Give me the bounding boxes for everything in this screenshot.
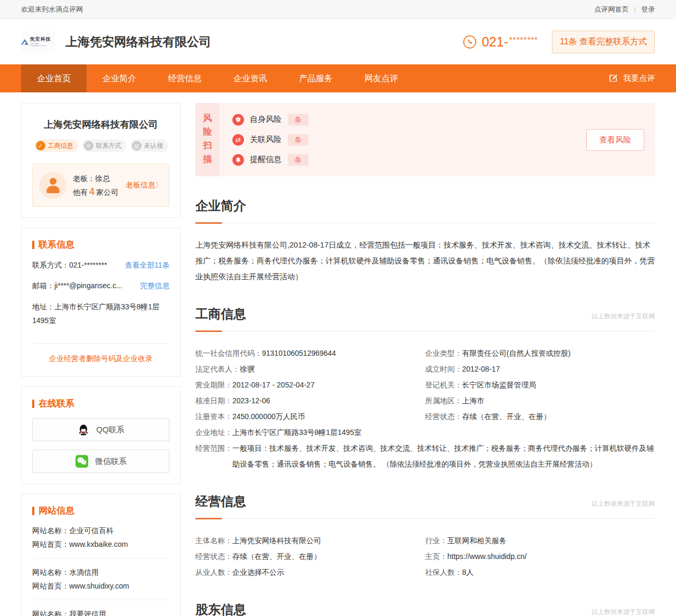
qq-icon (77, 423, 90, 436)
section-title: 工商信息 (195, 306, 246, 323)
risk-count-badge[interactable]: 条 (288, 114, 308, 126)
risk-scan-label: 风险扫描 (195, 103, 220, 176)
field-business-scope: 经营范围：一般项目：技术服务、技术开发、技术咨询、技术交流、技术转让、技术推广；… (195, 440, 655, 472)
view-all-phones-link[interactable]: 查看全部11条 (125, 259, 170, 271)
risk-scan-banner: 风险扫描 自身风险 条 ⇄ 关联风险 条 (195, 103, 655, 176)
risk-count-badge[interactable]: 条 (288, 134, 308, 146)
section-rule (195, 331, 655, 331)
logo-text: 凭安科技 (30, 37, 55, 42)
welcome-text: 欢迎来到水滴点评网 (21, 5, 83, 14)
entity-name-link[interactable]: 上海凭安网络科技有限公司 (232, 533, 321, 548)
company-card: 上海凭安网络科技有限公司 ✓ 工商信息 ✆ 联系方式 ▤ 未认领 (21, 103, 181, 218)
websites-section-title: 网站信息 (32, 505, 170, 517)
badge-unclaimed[interactable]: ▤ 未认领 (130, 139, 168, 152)
phone-number: 021- ******** (463, 34, 538, 50)
section-shareholder: 股东信息 以上数据来源于互联网 主体名称：上海凭安网络科技有限公司 (195, 601, 655, 616)
swap-arrows-icon: ⇄ (232, 134, 244, 146)
boss-info-box: 老板：徐总 他有4家公司 老板信息〉 (32, 164, 170, 207)
field-company-address: 企业地址：上海市长宁区广顺路33号8幢1层1495室 (195, 424, 655, 440)
nav-item-news[interactable]: 企业资讯 (218, 64, 283, 92)
website-item: 网站名称：企业可信百科 网站首页：www.kxbaike.com (32, 517, 170, 558)
remove-number-link[interactable]: 企业经营者删除号码及企业收录 (32, 354, 170, 364)
view-full-contact-button[interactable]: 11条 查看完整联系方式 (552, 31, 655, 53)
field-operating-status: 经营状态：存续（在营、开业、在册） (425, 409, 655, 424)
full-info-link[interactable]: 完整信息 (140, 279, 170, 292)
online-contact-card: 在线联系 QQ联系 (21, 386, 181, 484)
section-operating: 经营信息 以上数据来源于互联网 主体名称：上海凭安网络科技有限公司 行业：互联网… (195, 493, 655, 580)
wechat-icon (75, 454, 89, 468)
pencil-square-icon (608, 73, 619, 84)
field-entity-name: 主体名称：上海凭安网络科技有限公司 (195, 533, 425, 548)
view-risk-button[interactable]: 查看风险 (586, 129, 644, 150)
homepage-url[interactable]: https://www.shuididp.cn/ (447, 548, 527, 564)
field-operating-status: 经营状态：存续（在营、开业、在册） (195, 548, 425, 564)
building-icon: ▤ (132, 141, 142, 150)
boss-avatar-icon (39, 172, 67, 199)
nav-item-reviews[interactable]: 网友点评 (349, 64, 414, 92)
contact-phone-line: 联系方式：021-******** (32, 259, 107, 271)
field-company-type: 企业类型：有限责任公司(自然人投资或控股) (425, 345, 655, 361)
topbar: 欢迎来到水滴点评网 点评网首页 | 登录 (0, 0, 676, 19)
website-name: 我要评信用 (69, 610, 106, 616)
sidebar: 上海凭安网络科技有限公司 ✓ 工商信息 ✆ 联系方式 ▤ 未认领 (21, 103, 181, 616)
boss-info-link[interactable]: 老板信息〉 (126, 181, 163, 190)
field-credit-code: 统一社会信用代码：913101060512969644 (195, 345, 425, 361)
qq-contact-button[interactable]: QQ联系 (32, 418, 170, 441)
phone-badge-icon: ✆ (84, 141, 93, 150)
field-founded-date: 成立时间：2012-08-17 (425, 361, 655, 377)
page: 欢迎来到水滴点评网 点评网首页 | 登录 凭安科技 PINGAN TECHNOL… (0, 0, 676, 616)
divider (32, 343, 170, 344)
wechat-contact-button[interactable]: 微信联系 (32, 450, 170, 473)
page-title: 上海凭安网络科技有限公司 (65, 34, 211, 50)
write-review-button[interactable]: 我要点评 (608, 64, 655, 92)
sidebar-company-name: 上海凭安网络科技有限公司 (32, 118, 170, 131)
phone-masked: ******** (509, 35, 538, 44)
data-source-note: 以上数据来源于互联网 (592, 312, 655, 321)
website-item: 网站名称：我要评信用 网站首页：www.51pxy.com (32, 600, 170, 616)
header: 凭安科技 PINGAN TECHNOLOGY 上海凭安网络科技有限公司 021-… (0, 19, 676, 64)
home-link[interactable]: 点评网首页 (595, 5, 629, 14)
section-rule (195, 223, 655, 223)
intro-text: 上海凭安网络科技有限公司,2012-08-17日成立，经营范围包括一般项目：技术… (195, 237, 655, 285)
website-name: 企业可信百科 (69, 526, 114, 535)
bell-icon (232, 154, 244, 166)
field-region: 所属地区：上海市 (425, 393, 655, 409)
section-title: 股东信息 (195, 601, 246, 616)
boss-name-line: 老板：徐总 (73, 172, 118, 185)
contact-email-line: 邮箱：ji****@pingansec.c... (32, 279, 123, 292)
nav-item-products[interactable]: 产品服务 (283, 64, 349, 92)
risk-count-badge[interactable]: 条 (288, 154, 308, 166)
field-legal-rep: 法定代表人：徐骥 (195, 361, 425, 377)
boss-company-count: 4 (88, 186, 96, 197)
topbar-separator: | (634, 5, 636, 13)
contact-section-title: 联系信息 (32, 239, 170, 251)
field-employee-count: 从业人数：企业选择不公示 (195, 564, 425, 580)
section-title: 企业简介 (195, 197, 246, 214)
nav-item-intro[interactable]: 企业简介 (87, 64, 152, 92)
field-industry: 行业：互联网和相关服务 (425, 533, 655, 548)
company-logo: 凭安科技 PINGAN TECHNOLOGY (21, 31, 55, 52)
section-rule (195, 518, 655, 519)
field-registered-capital: 注册资本：2450.000000万人民币 (195, 409, 425, 424)
nav-item-home[interactable]: 企业首页 (21, 64, 87, 92)
field-homepage: 主页：https://www.shuididp.cn/ (425, 548, 655, 564)
field-approval-date: 核准日期：2023-12-06 (195, 393, 425, 409)
section-business: 工商信息 以上数据来源于互联网 统一社会信用代码：913101060512969… (195, 306, 655, 472)
login-link[interactable]: 登录 (641, 5, 655, 14)
field-business-term: 营业期限：2012-08-17 - 2052-04-27 (195, 377, 425, 393)
nav-item-operating[interactable]: 经营信息 (152, 64, 218, 92)
section-title: 经营信息 (195, 493, 246, 510)
field-registry-authority: 登记机关：长宁区市场监督管理局 (425, 377, 655, 393)
online-section-title: 在线联系 (32, 397, 170, 410)
badge-business-info[interactable]: ✓ 工商信息 (34, 139, 78, 152)
website-home[interactable]: www.kxbaike.com (69, 540, 128, 548)
risk-item-self: 自身风险 条 (232, 111, 308, 128)
badge-contact-info[interactable]: ✆ 联系方式 (82, 139, 126, 152)
data-source-note: 以上数据来源于互联网 (592, 608, 655, 616)
risk-item-related: ⇄ 关联风险 条 (232, 131, 308, 148)
websites-card: 网站信息 网站名称：企业可信百科 网站首页：www.kxbaike.com 网站… (21, 494, 181, 616)
contact-address-line: 地址：上海市长宁区广顺路33号8幢1层1495室 (32, 300, 170, 327)
website-home[interactable]: www.shuidixy.com (69, 582, 129, 590)
risk-item-alerts: 提醒信息 条 (232, 151, 308, 168)
logo-triangle-icon (21, 39, 29, 45)
